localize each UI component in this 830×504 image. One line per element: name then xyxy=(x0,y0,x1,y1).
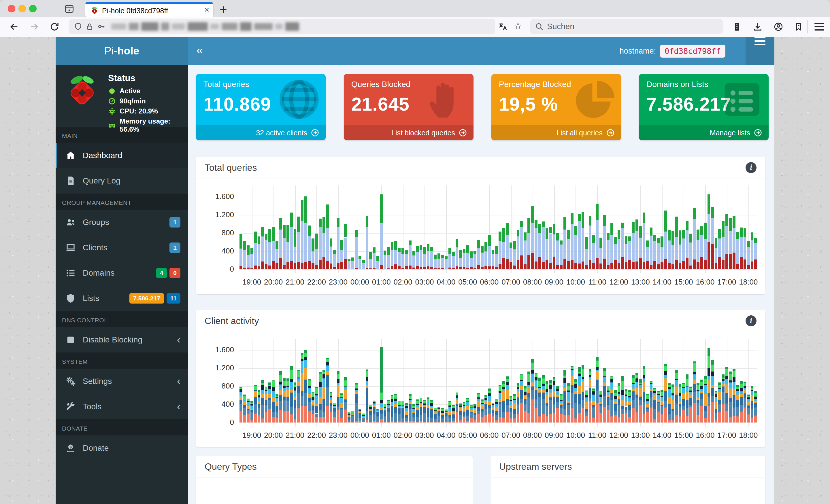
bar-segment xyxy=(621,381,624,390)
bar-segment xyxy=(513,418,516,423)
sidebar-item-donate[interactable]: $Donate xyxy=(56,435,188,461)
account-icon[interactable] xyxy=(773,22,783,32)
bar-segment xyxy=(448,248,451,255)
bar-segment xyxy=(279,230,282,258)
close-tab-icon[interactable]: × xyxy=(204,5,209,15)
bar-segment xyxy=(394,394,397,395)
bar-segment xyxy=(589,375,592,377)
bar-segment xyxy=(430,403,433,406)
bar-segment xyxy=(589,260,592,269)
extensions-icon[interactable] xyxy=(794,22,803,32)
bookmark-star-icon[interactable]: ☆ xyxy=(514,20,522,32)
bar-segment xyxy=(495,400,498,402)
sidebar-item-dashboard[interactable]: Dashboard xyxy=(56,143,188,168)
firefox-view-icon[interactable] xyxy=(64,4,74,14)
card-footer-link[interactable]: 32 active clients xyxy=(196,125,326,140)
translate-icon[interactable] xyxy=(498,22,508,32)
browser-menu-icon[interactable] xyxy=(815,23,824,31)
pihole-logo[interactable]: Pi-hole xyxy=(56,37,188,65)
minimize-window-button[interactable] xyxy=(19,5,26,12)
client-activity-chart[interactable]: 04008001.2001.60019:0020:0021:0022:0023:… xyxy=(196,332,765,447)
bar-segment xyxy=(294,247,296,263)
reload-icon[interactable] xyxy=(50,22,59,32)
sidebar-item-query-log[interactable]: Query Log xyxy=(56,168,188,194)
sidebar-collapse-icon[interactable]: « xyxy=(196,44,203,57)
bar-segment xyxy=(740,397,742,405)
sidebar-item-disable-blocking[interactable]: Disable Blocking‹ xyxy=(56,327,188,352)
shield-icon[interactable] xyxy=(74,22,83,31)
bar-segment xyxy=(387,412,390,422)
close-window-button[interactable] xyxy=(8,5,15,12)
bar-segment xyxy=(495,254,498,267)
bar-segment xyxy=(492,404,494,405)
bar-segment xyxy=(679,404,681,407)
card-footer-link[interactable]: Manage lists xyxy=(639,125,769,140)
info-icon[interactable]: i xyxy=(745,315,757,326)
forward-icon[interactable] xyxy=(29,22,39,32)
sidebar-item-tools[interactable]: Tools‹ xyxy=(56,394,188,419)
status-row-label: CPU: 20.9% xyxy=(120,107,158,115)
bar-segment xyxy=(290,227,292,261)
bar-segment xyxy=(348,269,350,269)
total-queries-chart[interactable]: 04008001.2001.60019:0020:0021:0022:0023:… xyxy=(196,179,765,294)
bar-segment xyxy=(700,257,703,269)
bar-segment xyxy=(693,208,696,219)
bar-segment xyxy=(448,411,451,415)
url-bar[interactable] xyxy=(69,19,495,34)
key-icon[interactable] xyxy=(97,22,105,31)
bar-segment xyxy=(409,400,411,402)
bar-segment xyxy=(250,248,253,254)
bar-segment xyxy=(495,407,498,411)
card-footer-link[interactable]: List all queries xyxy=(491,125,621,140)
downloads-icon[interactable] xyxy=(753,22,763,32)
bar-segment xyxy=(700,386,703,390)
bar-segment xyxy=(333,406,336,407)
bar-segment xyxy=(276,249,278,263)
bar-segment xyxy=(427,266,429,269)
bar-segment xyxy=(398,421,401,423)
sidebar-item-lists[interactable]: Lists7.586.21711 xyxy=(56,286,188,311)
bar-segment xyxy=(409,266,411,269)
lock-icon[interactable] xyxy=(85,22,94,31)
bar-segment xyxy=(725,411,728,423)
container-icon[interactable] xyxy=(732,22,742,32)
sidebar-item-clients[interactable]: Clients1 xyxy=(56,235,188,260)
bar-segment xyxy=(621,376,624,381)
sidebar-item-groups[interactable]: Groups1 xyxy=(56,210,188,235)
bar-segment xyxy=(333,407,336,408)
card-footer-link[interactable]: List blocked queries xyxy=(344,125,474,140)
bar-segment xyxy=(470,408,473,410)
bar-segment xyxy=(517,236,519,260)
bar-segment xyxy=(700,389,703,391)
sidebar-item-settings[interactable]: Settings‹ xyxy=(56,369,188,394)
search-input[interactable]: Suchen xyxy=(530,19,723,34)
new-tab-button[interactable]: + xyxy=(220,2,227,17)
bar-segment xyxy=(747,399,749,401)
bar-segment xyxy=(470,412,473,413)
bar-segment xyxy=(243,241,246,250)
bar-segment xyxy=(268,229,271,242)
bar-segment xyxy=(603,382,606,386)
bar-segment xyxy=(283,401,285,411)
bar-segment xyxy=(376,256,379,261)
bar-segment xyxy=(398,252,401,266)
back-icon[interactable] xyxy=(9,22,19,32)
bar-segment xyxy=(693,403,696,423)
bar-segment xyxy=(661,392,663,396)
bar-segment xyxy=(653,389,656,391)
bar-segment xyxy=(589,379,592,388)
bar-segment xyxy=(355,403,357,421)
bar-segment xyxy=(474,254,476,268)
bar-segment xyxy=(301,359,304,362)
browser-tab[interactable]: Pi-hole 0fd38cd798ff × xyxy=(85,2,213,17)
bar-segment xyxy=(614,399,616,401)
info-icon[interactable]: i xyxy=(745,162,757,173)
tab-bar: Pi-hole 0fd38cd798ff × + xyxy=(0,0,830,17)
bar-segment xyxy=(420,407,422,415)
bar-segment xyxy=(751,232,753,240)
navbar-menu-button[interactable] xyxy=(745,37,774,65)
sidebar-item-domains[interactable]: Domains40 xyxy=(56,260,188,286)
zoom-window-button[interactable] xyxy=(29,5,37,12)
bar-segment xyxy=(254,392,256,397)
bar-segment xyxy=(243,400,246,401)
